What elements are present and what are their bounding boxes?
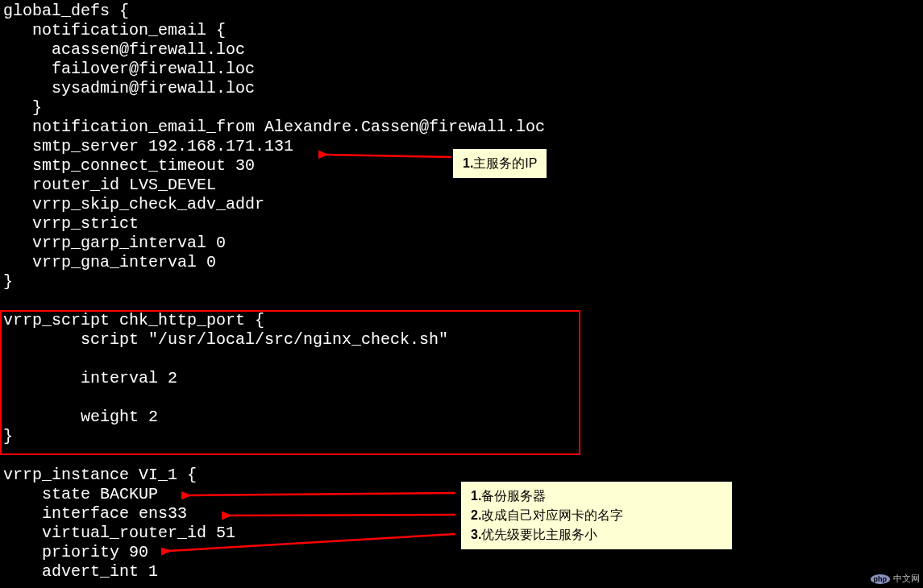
annotation-text: 优先级要比主服务小 bbox=[481, 528, 597, 541]
annotation-text: 改成自己对应网卡的名字 bbox=[481, 508, 623, 522]
code-line: notification_email_from Alexandre.Cassen… bbox=[3, 118, 545, 136]
code-line: acassen@firewall.loc bbox=[3, 40, 245, 59]
code-line: interface ens33 bbox=[3, 504, 187, 523]
annotation-text: 主服务的IP bbox=[473, 156, 537, 170]
code-line: vrrp_gna_interval 0 bbox=[3, 253, 216, 271]
annotation-number: 1. bbox=[463, 156, 473, 170]
code-line: notification_email { bbox=[3, 21, 226, 39]
code-line: interval 2 bbox=[3, 369, 177, 387]
code-line: } bbox=[3, 427, 13, 445]
annotation-number: 2. bbox=[471, 508, 481, 522]
code-line: state BACKUP bbox=[3, 485, 158, 503]
code-line: vrrp_skip_check_adv_addr bbox=[3, 195, 264, 213]
annotation-master-ip: 1.主服务的IP bbox=[451, 147, 548, 180]
code-line: weight 2 bbox=[3, 408, 158, 426]
code-line: smtp_server 192.168.171.131 bbox=[3, 137, 293, 155]
code-line: } bbox=[3, 272, 13, 291]
code-line: vrrp_strict bbox=[3, 214, 139, 233]
code-line: vrrp_instance VI_1 { bbox=[3, 466, 197, 484]
annotation-backup-config: 1.备份服务器 2.改成自己对应网卡的名字 3.优先级要比主服务小 bbox=[459, 480, 734, 551]
annotation-text: 备份服务器 bbox=[481, 489, 546, 503]
annotation-number: 1. bbox=[471, 489, 481, 503]
code-line: advert_int 1 bbox=[3, 562, 158, 581]
watermark: php 中文网 bbox=[871, 573, 921, 585]
code-line: router_id LVS_DEVEL bbox=[3, 176, 216, 194]
code-line: failover@firewall.loc bbox=[3, 60, 255, 78]
code-line: vrrp_script chk_http_port { bbox=[3, 311, 264, 329]
annotation-number: 3. bbox=[471, 528, 481, 541]
code-line: script "/usr/local/src/nginx_check.sh" bbox=[3, 330, 448, 349]
code-line: vrrp_garp_interval 0 bbox=[3, 234, 226, 252]
php-badge: php bbox=[871, 574, 891, 584]
code-line: global_defs { bbox=[3, 2, 129, 20]
code-line: priority 90 bbox=[3, 543, 148, 561]
watermark-text: 中文网 bbox=[893, 573, 920, 585]
code-line: sysadmin@firewall.loc bbox=[3, 79, 255, 97]
code-line: } bbox=[3, 98, 42, 117]
code-line: smtp_connect_timeout 30 bbox=[3, 156, 255, 175]
code-line: virtual_router_id 51 bbox=[3, 524, 235, 542]
